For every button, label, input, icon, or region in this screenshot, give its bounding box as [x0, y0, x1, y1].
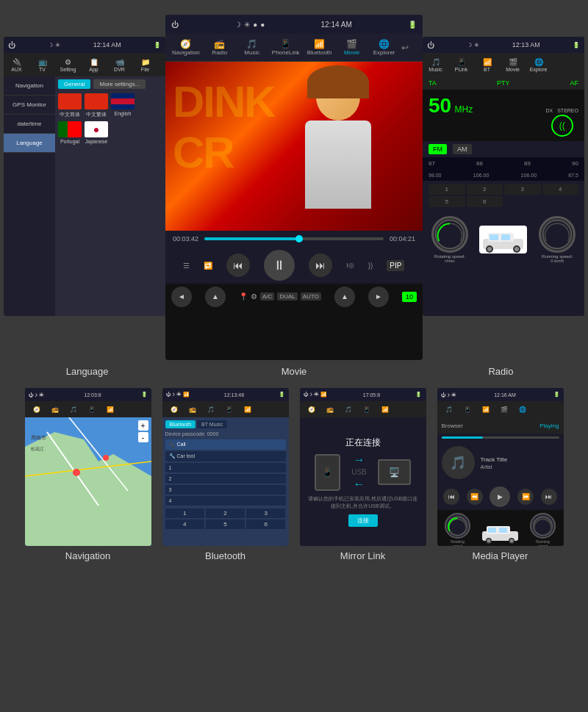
mirror-thumb-tab-music[interactable]: 🎵 — [340, 406, 357, 414]
zoom-in-btn[interactable]: + — [138, 420, 148, 431]
nav-tab-aux[interactable]: 🔌AUX — [4, 57, 29, 73]
prev-button[interactable]: ⏮ — [226, 253, 250, 277]
center-down-btn[interactable]: ▲ — [334, 287, 355, 307]
nav-thumb-tab-nav[interactable]: 🧭 — [28, 406, 46, 414]
mirror-thumb-tab-radio[interactable]: 📻 — [321, 406, 339, 414]
mirror-connect-btn[interactable]: 连接 — [348, 514, 378, 527]
right-tab-music[interactable]: 🎵Music — [423, 57, 448, 73]
flag-cn-traditional[interactable]: 中文繁体 — [85, 93, 108, 118]
mirror-thumb-tab-nav[interactable]: 🧭 — [303, 406, 320, 414]
preset-2[interactable]: 2 — [467, 184, 503, 195]
media-thumb-tab-explore[interactable]: 🌐 — [514, 406, 531, 414]
dual-icon[interactable]: DUAL — [277, 292, 297, 301]
center-tab-music[interactable]: 🎵Music — [237, 37, 268, 57]
nav-tab-dvr[interactable]: 📹DVR — [107, 57, 132, 73]
preset-4[interactable]: 4 — [542, 184, 579, 195]
right-tab-bluetooth[interactable]: 📶BT — [474, 57, 500, 73]
key-6[interactable]: 6 — [246, 519, 285, 529]
nav-tab-applist[interactable]: 📋App — [81, 57, 107, 73]
mirror-thumb-tab-phone[interactable]: 📱 — [358, 406, 376, 414]
zoom-out-btn[interactable]: - — [138, 432, 148, 442]
center-tab-phonelink[interactable]: 📱PhoneLink — [269, 37, 303, 57]
nav-thumb-tab-phone[interactable]: 📱 — [83, 406, 101, 414]
tab-more-settings[interactable]: More settings... — [93, 79, 146, 89]
center-tab-movie[interactable]: 🎬Movie — [337, 37, 368, 57]
sidebar-language[interactable]: Language — [4, 134, 55, 153]
media-ff-btn[interactable]: ⏩ — [517, 489, 534, 505]
bt-item-cartool[interactable]: 🔧 Car tool — [165, 451, 286, 461]
center-fwd-btn[interactable]: ► — [368, 287, 389, 307]
bt-item-call[interactable]: 📞 Call — [165, 439, 286, 450]
preset-6[interactable]: 6 — [467, 196, 503, 207]
key-4[interactable]: 4 — [165, 519, 204, 529]
sidebar-gps[interactable]: GPS Monitor — [4, 96, 55, 115]
flag-english[interactable]: English — [111, 93, 135, 118]
band-am[interactable]: AM — [453, 144, 472, 154]
media-next-btn[interactable]: ⏭ — [541, 489, 557, 505]
bt-thumb-tab-radio[interactable]: 📻 — [184, 406, 201, 414]
bt-item-2[interactable]: 2 — [165, 474, 286, 483]
bt-item-4[interactable]: 4 — [165, 496, 286, 506]
center-back-btn[interactable]: ◄ — [171, 287, 192, 307]
preset-3[interactable]: 3 — [504, 184, 541, 195]
key-1[interactable]: 1 — [165, 508, 204, 518]
bt-thumb-tab-bt[interactable]: 📶 — [239, 406, 257, 414]
nav-thumb-tab-music[interactable]: 🎵 — [65, 406, 82, 414]
right-tab-movie[interactable]: 🎬Movie — [500, 57, 526, 73]
sidebar-navigation[interactable]: Navigation — [4, 76, 55, 96]
media-thumb-tab-bt[interactable]: 📶 — [477, 406, 495, 414]
media-prev-btn[interactable]: ⏮ — [443, 489, 459, 505]
pip-button[interactable]: PIP — [387, 260, 404, 271]
center-back-arrow[interactable]: ↩ — [401, 43, 409, 53]
browser-tab-label[interactable]: Browser — [442, 422, 463, 429]
tab-general[interactable]: General — [58, 79, 90, 89]
repeat-button[interactable]: 🔁 — [204, 262, 212, 270]
media-play-btn[interactable]: ▶ — [490, 486, 510, 507]
bt-thumb-tab-music[interactable]: 🎵 — [202, 406, 220, 414]
bt-thumb-tab-phone[interactable]: 📱 — [220, 406, 238, 414]
mirror-thumb-tab-bt[interactable]: 📶 — [376, 406, 394, 414]
flag-cn-simplified[interactable]: 中文简体 — [58, 93, 82, 118]
flag-japanese[interactable]: Japanese — [85, 121, 108, 144]
nav-tab-tv[interactable]: 📺TV — [29, 57, 55, 73]
center-tab-navigation[interactable]: 🧭Navigation — [169, 37, 203, 57]
right-power-icon[interactable]: ⏻ — [427, 41, 434, 49]
media-thumb-tab-phone[interactable]: 📱 — [459, 406, 476, 414]
play-pause-button[interactable]: ⏸ — [264, 250, 295, 281]
preset-1[interactable]: 1 — [429, 184, 465, 195]
next-button[interactable]: ⏭ — [309, 253, 332, 277]
media-thumb-tab-music[interactable]: 🎵 — [440, 406, 458, 414]
nav-thumb-tab-radio[interactable]: 📻 — [46, 406, 64, 414]
gps-icon[interactable]: 📍 — [239, 292, 248, 301]
power-button[interactable]: ⏻ — [8, 41, 15, 49]
flag-portugal[interactable]: Portugal — [58, 121, 82, 144]
sidebar-datetime[interactable]: date/time — [4, 115, 55, 134]
key-3[interactable]: 3 — [246, 508, 285, 518]
auto-icon[interactable]: AUTO — [301, 292, 321, 301]
bt-tab-bluetooth[interactable]: Bluetooth — [165, 420, 196, 428]
media-progress-track[interactable] — [442, 436, 559, 439]
audio-button[interactable]: )) — [368, 262, 373, 270]
key-2[interactable]: 2 — [206, 508, 245, 518]
media-rew-btn[interactable]: ⏪ — [467, 489, 483, 505]
preset-5[interactable]: 5 — [429, 196, 465, 207]
right-tab-explorer[interactable]: 🌐Explore — [526, 57, 551, 73]
band-fm[interactable]: FM — [429, 144, 447, 154]
bt-thumb-tab-nav[interactable]: 🧭 — [165, 406, 183, 414]
center-up-btn[interactable]: ▲ — [205, 287, 226, 307]
center-power-icon[interactable]: ⏻ — [171, 21, 179, 29]
nav-tab-setting[interactable]: ⚙Setting — [55, 57, 81, 73]
nav-thumb-tab-bt[interactable]: 📶 — [101, 406, 119, 414]
center-tab-bluetooth[interactable]: 📶Bluetooth — [304, 37, 335, 57]
key-5[interactable]: 5 — [206, 519, 245, 529]
settings-icon-2[interactable]: ⚙ — [251, 292, 257, 301]
ac-icon[interactable]: A/C — [260, 292, 274, 301]
playlist-button[interactable]: ☰ — [183, 262, 190, 270]
bt-item-1[interactable]: 1 — [165, 463, 286, 472]
center-tab-explorer[interactable]: 🌐Explorer — [369, 37, 400, 57]
eq-button[interactable]: I◎ — [346, 262, 354, 269]
media-thumb-tab-movie[interactable]: 🎬 — [495, 406, 513, 414]
bt-tab-btmusic[interactable]: BT Music — [197, 420, 227, 428]
center-tab-radio[interactable]: 📻Radio — [204, 37, 235, 57]
bt-item-3[interactable]: 3 — [165, 485, 286, 495]
